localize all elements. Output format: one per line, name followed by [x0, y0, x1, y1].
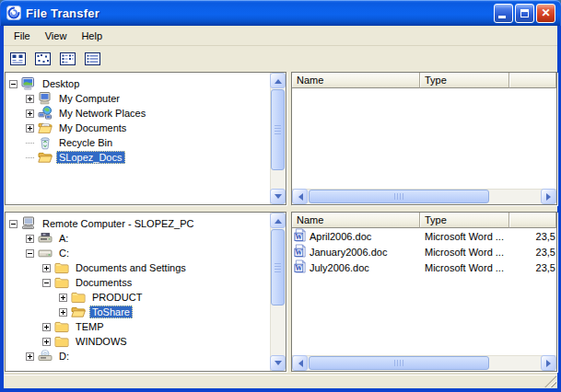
close-icon: ✕: [541, 7, 550, 18]
tree-item-local-1[interactable]: My Computer: [6, 91, 270, 106]
folder-closed-icon: [71, 290, 86, 305]
list-view-button[interactable]: [57, 50, 78, 68]
toolbar: [4, 47, 557, 70]
tree-item-label[interactable]: My Computer: [56, 92, 123, 105]
collapse-minus-icon[interactable]: [9, 80, 18, 88]
tree-item-label[interactable]: Recycle Bin: [56, 136, 115, 149]
tree-item-label[interactable]: TEMP: [73, 320, 107, 333]
menu-view[interactable]: View: [38, 28, 75, 44]
resize-grip[interactable]: [544, 375, 556, 387]
arrow-right-icon: [546, 193, 555, 201]
arrow-left-icon: [295, 193, 303, 201]
tree-item-label[interactable]: D:: [56, 350, 72, 363]
collapse-minus-icon[interactable]: [9, 220, 18, 228]
tree-item-local-0[interactable]: Desktop: [6, 76, 270, 91]
tree-item-label[interactable]: My Network Places: [56, 107, 148, 120]
scroll-down-button[interactable]: [270, 355, 286, 371]
maximize-button[interactable]: [515, 4, 534, 23]
scroll-right-button[interactable]: [541, 355, 556, 371]
tree-item-label[interactable]: SLopez_Docs: [56, 151, 125, 164]
tree-item-label[interactable]: Documents and Settings: [73, 261, 189, 274]
tree-item-remote-9[interactable]: D:: [6, 349, 270, 363]
file-size-cell: 23,5: [509, 247, 556, 258]
column-header-blank[interactable]: [509, 213, 556, 228]
column-header-name[interactable]: Name: [292, 73, 420, 88]
file-size-cell: 23,5: [509, 262, 556, 273]
file-type-cell: Microsoft Word ...: [420, 247, 509, 258]
tree-item-remote-5[interactable]: PRODUCT: [6, 290, 270, 305]
column-header-name[interactable]: Name: [292, 213, 420, 228]
menu-help[interactable]: Help: [74, 28, 110, 44]
expand-plus-icon[interactable]: [59, 294, 67, 302]
scrollbar-thumb[interactable]: [271, 229, 285, 306]
hard-drive-icon: [38, 246, 53, 260]
list-header: NameType: [292, 213, 556, 228]
expand-plus-icon[interactable]: [42, 323, 51, 331]
file-name-cell: WJuly2006.doc: [292, 259, 420, 275]
folder-closed-icon: [54, 260, 69, 275]
expand-plus-icon[interactable]: [26, 352, 34, 361]
tree-item-local-5[interactable]: SLopez_Docs: [6, 150, 270, 165]
tree-item-remote-8[interactable]: WINDOWS: [6, 334, 270, 349]
vertical-scrollbar[interactable]: [270, 73, 286, 204]
scroll-left-button[interactable]: [292, 189, 308, 204]
tree-item-local-4[interactable]: Recycle Bin: [6, 135, 270, 150]
tree-item-label[interactable]: Desktop: [40, 77, 82, 90]
tree-item-label[interactable]: PRODUCT: [89, 291, 145, 304]
expand-plus-icon[interactable]: [26, 124, 34, 133]
tree-item-remote-4[interactable]: Documentss: [6, 275, 270, 290]
tree-item-label[interactable]: A:: [56, 232, 71, 245]
close-button[interactable]: ✕: [536, 4, 555, 23]
app-swirl-icon[interactable]: [6, 6, 21, 20]
tree-item-label[interactable]: Remote Computer - SLOPEZ_PC: [40, 217, 196, 230]
expand-plus-icon[interactable]: [42, 264, 51, 272]
horizontal-scrollbar[interactable]: [292, 355, 556, 371]
horizontal-scrollbar[interactable]: [292, 189, 556, 204]
file-row-0[interactable]: WApril2006.docMicrosoft Word ...23,5: [292, 228, 556, 244]
tree-item-label[interactable]: My Documents: [56, 121, 129, 134]
tree-item-local-2[interactable]: My Network Places: [6, 106, 270, 121]
vertical-scrollbar[interactable]: [270, 213, 286, 371]
tree-item-label[interactable]: C:: [56, 247, 72, 259]
window-title: File Transfer: [26, 6, 99, 20]
scroll-right-button[interactable]: [541, 189, 556, 204]
expand-plus-icon[interactable]: [59, 308, 67, 317]
scroll-up-button[interactable]: [270, 213, 286, 228]
scroll-left-button[interactable]: [292, 355, 308, 371]
minimize-button[interactable]: [494, 4, 513, 23]
folder-open-icon: [71, 305, 86, 319]
file-row-2[interactable]: WJuly2006.docMicrosoft Word ...23,5: [292, 259, 556, 275]
tree-item-label[interactable]: Documentss: [73, 276, 134, 289]
expand-plus-icon[interactable]: [26, 110, 34, 118]
column-header-type[interactable]: Type: [420, 73, 509, 88]
arrow-down-icon: [275, 194, 282, 202]
file-size-cell: 23,5: [509, 231, 556, 242]
scrollbar-thumb[interactable]: [309, 190, 489, 203]
file-row-1[interactable]: WJanuary2006.docMicrosoft Word ...23,5: [292, 244, 556, 259]
tree-item-remote-3[interactable]: Documents and Settings: [6, 260, 270, 275]
tree-item-remote-2[interactable]: C:: [6, 246, 270, 260]
collapse-minus-icon[interactable]: [26, 249, 34, 258]
scrollbar-thumb[interactable]: [271, 89, 285, 170]
tree-item-remote-6[interactable]: ToShare: [6, 305, 270, 319]
scrollbar-thumb[interactable]: [309, 356, 489, 370]
scroll-up-button[interactable]: [270, 73, 286, 88]
column-header-type[interactable]: Type: [420, 213, 509, 228]
tree-item-remote-0[interactable]: Remote Computer - SLOPEZ_PC: [6, 216, 270, 231]
small-icons-view-button[interactable]: [32, 50, 53, 68]
menu-file[interactable]: File: [6, 28, 38, 44]
expand-plus-icon[interactable]: [42, 338, 51, 346]
expand-plus-icon[interactable]: [26, 235, 34, 243]
tree-item-remote-7[interactable]: TEMP: [6, 319, 270, 334]
tree-item-local-3[interactable]: My Documents: [6, 121, 270, 135]
large-icons-view-button[interactable]: [7, 50, 29, 68]
collapse-minus-icon[interactable]: [42, 279, 51, 287]
column-header-blank[interactable]: [509, 73, 556, 88]
tree-item-label[interactable]: ToShare: [89, 306, 133, 318]
file-name: July2006.doc: [310, 262, 369, 273]
tree-item-label[interactable]: WINDOWS: [73, 335, 130, 348]
tree-item-remote-1[interactable]: A:: [6, 231, 270, 246]
expand-plus-icon[interactable]: [26, 95, 34, 103]
scroll-down-button[interactable]: [270, 189, 286, 204]
details-view-button[interactable]: [82, 50, 103, 68]
